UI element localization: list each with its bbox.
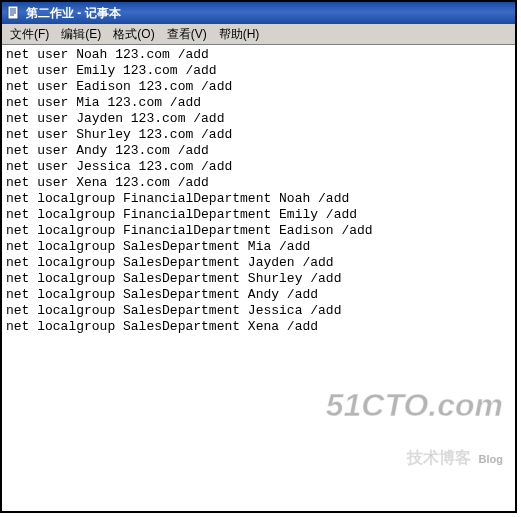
text-line: net user Emily 123.com /add bbox=[6, 63, 217, 78]
notepad-window: 第二作业 - 记事本 文件(F) 编辑(E) 格式(O) 查看(V) 帮助(H)… bbox=[0, 0, 517, 513]
title-bar[interactable]: 第二作业 - 记事本 bbox=[2, 2, 515, 24]
menu-file[interactable]: 文件(F) bbox=[4, 25, 55, 44]
text-line: net localgroup FinancialDepartment Noah … bbox=[6, 191, 349, 206]
text-line: net user Shurley 123.com /add bbox=[6, 127, 232, 142]
text-line: net localgroup SalesDepartment Shurley /… bbox=[6, 271, 341, 286]
watermark-main: 51CTO.com bbox=[326, 390, 503, 420]
text-line: net user Mia 123.com /add bbox=[6, 95, 201, 110]
notepad-icon bbox=[6, 5, 22, 21]
text-line: net localgroup SalesDepartment Mia /add bbox=[6, 239, 310, 254]
text-line: net user Jayden 123.com /add bbox=[6, 111, 224, 126]
text-line: net user Noah 123.com /add bbox=[6, 47, 209, 62]
text-line: net localgroup FinancialDepartment Emily… bbox=[6, 207, 357, 222]
text-line: net localgroup SalesDepartment Xena /add bbox=[6, 319, 318, 334]
watermark-cn: 技术博客 bbox=[407, 450, 471, 466]
text-line: net user Xena 123.com /add bbox=[6, 175, 209, 190]
text-line: net user Andy 123.com /add bbox=[6, 143, 209, 158]
menu-format[interactable]: 格式(O) bbox=[107, 25, 160, 44]
text-line: net localgroup SalesDepartment Jessica /… bbox=[6, 303, 341, 318]
menu-bar: 文件(F) 编辑(E) 格式(O) 查看(V) 帮助(H) bbox=[2, 24, 515, 45]
menu-view[interactable]: 查看(V) bbox=[161, 25, 213, 44]
menu-help[interactable]: 帮助(H) bbox=[213, 25, 266, 44]
watermark-blog: Blog bbox=[479, 451, 503, 467]
text-line: net localgroup FinancialDepartment Eadis… bbox=[6, 223, 373, 238]
text-line: net user Eadison 123.com /add bbox=[6, 79, 232, 94]
text-line: net localgroup SalesDepartment Jayden /a… bbox=[6, 255, 334, 270]
text-area[interactable]: net user Noah 123.com /add net user Emil… bbox=[2, 45, 515, 511]
text-line: net user Jessica 123.com /add bbox=[6, 159, 232, 174]
window-title: 第二作业 - 记事本 bbox=[26, 5, 121, 22]
menu-edit[interactable]: 编辑(E) bbox=[55, 25, 107, 44]
watermark: 51CTO.com 技术博客 Blog bbox=[326, 358, 503, 499]
text-line: net localgroup SalesDepartment Andy /add bbox=[6, 287, 318, 302]
